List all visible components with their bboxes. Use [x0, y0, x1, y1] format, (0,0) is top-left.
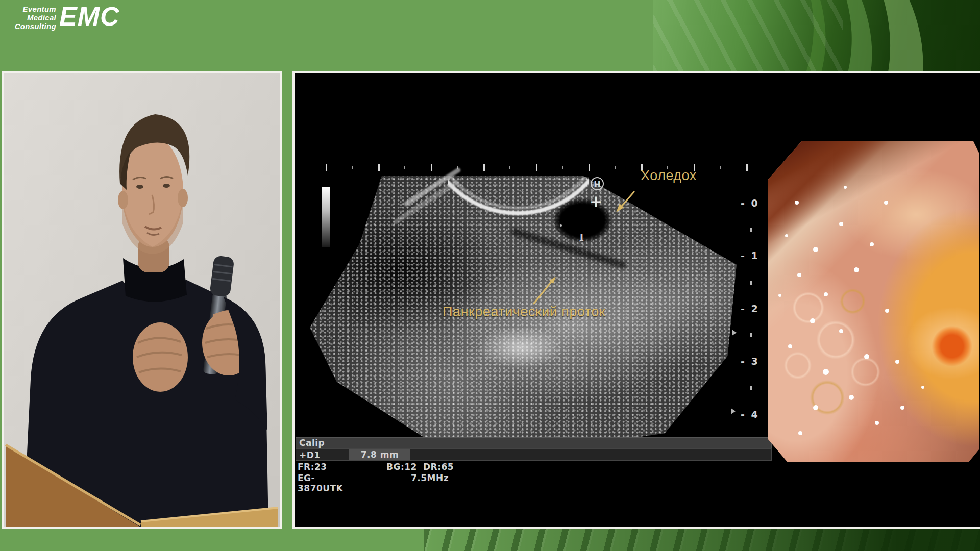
caliper-header: Calip — [299, 438, 325, 448]
background-wave-bottom-right — [424, 529, 980, 551]
depth-label-3: - 3 — [741, 356, 760, 367]
emc-logo: Eventum Medical Consulting EMC — [7, 3, 140, 36]
grayscale-reference-bar — [322, 187, 330, 247]
speaker-ear-left — [118, 191, 128, 209]
brand-line-2: Medical — [7, 13, 56, 22]
caliper-id: +D1 — [299, 450, 321, 460]
depth-label-1: - 1 — [741, 250, 760, 261]
speaker-video-panel — [2, 71, 282, 529]
dynamic-range: DR:65 — [423, 462, 454, 472]
caliper-value-cell: 7.8 mm — [349, 449, 410, 460]
focus-marker-icon — [732, 330, 737, 336]
probe-frequency: 7.5MHz — [411, 473, 449, 483]
transducer-arc — [448, 177, 589, 216]
slide-content: H + I Холедох Панкреатический проток - 0… — [295, 73, 980, 527]
caliper-measure-bar: +D1 7.8 mm — [296, 448, 772, 461]
caliper-header-bar: Calip — [296, 437, 772, 448]
depth-label-0: - 0 — [741, 197, 760, 209]
presentation-slide-panel: H + I Холедох Панкреатический проток - 0… — [292, 71, 980, 529]
webinar-frame: { "brand": { "name_lines": ["Eventum", "… — [0, 0, 980, 551]
brand-line-1: Eventum — [7, 5, 56, 13]
brand-line-3: Consulting — [7, 22, 56, 31]
pancreatic-duct-label: Панкреатический проток — [443, 304, 605, 320]
caliper-tick-marker: I — [579, 232, 584, 243]
speaker-fist — [133, 322, 188, 392]
endoscopy-specular-highlights — [768, 141, 769, 142]
caliper-plus-marker: + — [590, 193, 602, 211]
frame-rate: FR:23 — [298, 462, 327, 472]
speaker-illustration — [4, 73, 280, 527]
background-wave-top-right — [653, 0, 980, 73]
endoscopy-image — [768, 141, 979, 462]
bile-duct-label: Холедох — [641, 168, 697, 184]
probe-model: EG-3870UTK — [298, 473, 343, 493]
endoscopy-bubbles — [768, 141, 979, 462]
focus-marker-icon — [731, 408, 736, 414]
caliper-value: 7.8 mm — [361, 449, 399, 460]
speaker-ear-right — [178, 189, 188, 207]
depth-label-4: - 4 — [741, 409, 760, 420]
orientation-marker-icon: H — [591, 177, 604, 190]
depth-label-2: - 2 — [741, 303, 760, 314]
brightness-gain: BG:12 — [386, 462, 417, 472]
caliper-dot-marker — [560, 224, 562, 227]
emc-logotype: EMC — [59, 1, 120, 32]
